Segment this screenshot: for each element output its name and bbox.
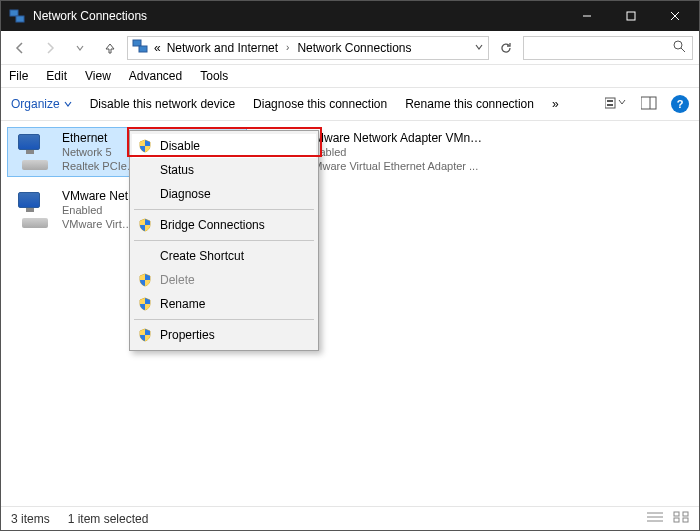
context-menu-separator bbox=[134, 209, 314, 210]
connection-list: Ethernet Network 5 Realtek PCIe… VMware … bbox=[7, 127, 693, 235]
close-button[interactable] bbox=[653, 1, 697, 31]
context-menu-label: Bridge Connections bbox=[160, 218, 265, 232]
command-bar: Organize Disable this network device Dia… bbox=[1, 87, 699, 121]
breadcrumb-segment[interactable]: Network Connections bbox=[297, 41, 411, 55]
maximize-button[interactable] bbox=[609, 1, 653, 31]
svg-rect-13 bbox=[641, 97, 656, 109]
status-bar: 3 items 1 item selected bbox=[1, 506, 699, 530]
network-connections-icon bbox=[7, 6, 27, 26]
connection-device: VMware Virtual Ethernet Adapter ... bbox=[306, 160, 484, 174]
context-menu-label: Rename bbox=[160, 297, 205, 311]
svg-rect-18 bbox=[674, 512, 679, 516]
disable-device-button[interactable]: Disable this network device bbox=[90, 97, 235, 111]
view-options-button[interactable] bbox=[605, 96, 627, 113]
context-menu-item-diagnose[interactable]: Diagnose bbox=[132, 182, 316, 206]
organize-button[interactable]: Organize bbox=[11, 97, 72, 111]
shield-icon bbox=[138, 273, 152, 287]
svg-point-8 bbox=[674, 41, 682, 49]
svg-rect-1 bbox=[16, 16, 24, 22]
content-area[interactable]: Ethernet Network 5 Realtek PCIe… VMware … bbox=[1, 121, 699, 506]
connection-status: Enabled bbox=[306, 146, 484, 160]
shield-icon bbox=[138, 297, 152, 311]
navigation-bar: « Network and Internet › Network Connect… bbox=[1, 31, 699, 65]
context-menu: DisableStatusDiagnoseBridge ConnectionsC… bbox=[129, 130, 319, 351]
details-view-button[interactable] bbox=[647, 511, 663, 526]
svg-rect-7 bbox=[139, 46, 147, 52]
search-input[interactable] bbox=[523, 36, 693, 60]
shield-icon bbox=[138, 328, 152, 342]
menu-bar: File Edit View Advanced Tools bbox=[1, 65, 699, 87]
context-menu-label: Properties bbox=[160, 328, 215, 342]
search-icon bbox=[673, 40, 686, 56]
connection-name: VMware Network Adapter VMnet1 bbox=[306, 131, 484, 146]
svg-rect-11 bbox=[607, 100, 613, 102]
context-menu-item-disable[interactable]: Disable bbox=[132, 134, 316, 158]
help-button[interactable]: ? bbox=[671, 95, 689, 113]
svg-rect-3 bbox=[627, 12, 635, 20]
back-button[interactable] bbox=[7, 35, 33, 61]
rename-connection-button[interactable]: Rename this connection bbox=[405, 97, 534, 111]
network-adapter-icon bbox=[14, 132, 54, 172]
breadcrumb-prefix[interactable]: « bbox=[154, 41, 161, 55]
icons-view-button[interactable] bbox=[673, 511, 689, 526]
context-menu-item-delete: Delete bbox=[132, 268, 316, 292]
context-menu-item-status[interactable]: Status bbox=[132, 158, 316, 182]
window-title: Network Connections bbox=[33, 9, 565, 23]
menu-edit[interactable]: Edit bbox=[44, 67, 69, 85]
item-count: 3 items bbox=[11, 512, 50, 526]
chevron-down-icon bbox=[64, 100, 72, 108]
shield-icon bbox=[138, 218, 152, 232]
minimize-button[interactable] bbox=[565, 1, 609, 31]
context-menu-label: Delete bbox=[160, 273, 195, 287]
menu-file[interactable]: File bbox=[7, 67, 30, 85]
context-menu-label: Create Shortcut bbox=[160, 249, 244, 263]
context-menu-item-rename[interactable]: Rename bbox=[132, 292, 316, 316]
svg-rect-21 bbox=[683, 518, 688, 522]
diagnose-connection-button[interactable]: Diagnose this connection bbox=[253, 97, 387, 111]
network-connections-icon bbox=[132, 38, 148, 57]
context-menu-label: Status bbox=[160, 163, 194, 177]
selection-count: 1 item selected bbox=[68, 512, 149, 526]
svg-line-9 bbox=[681, 48, 685, 52]
menu-view[interactable]: View bbox=[83, 67, 113, 85]
title-bar[interactable]: Network Connections bbox=[1, 1, 699, 31]
menu-tools[interactable]: Tools bbox=[198, 67, 230, 85]
refresh-button[interactable] bbox=[493, 36, 519, 60]
address-bar[interactable]: « Network and Internet › Network Connect… bbox=[127, 36, 489, 60]
breadcrumb-segment[interactable]: Network and Internet bbox=[167, 41, 278, 55]
forward-button[interactable] bbox=[37, 35, 63, 61]
svg-rect-6 bbox=[133, 40, 141, 46]
context-menu-label: Disable bbox=[160, 139, 200, 153]
up-button[interactable] bbox=[97, 35, 123, 61]
shield-icon bbox=[138, 139, 152, 153]
context-menu-separator bbox=[134, 240, 314, 241]
context-menu-label: Diagnose bbox=[160, 187, 211, 201]
network-adapter-icon bbox=[14, 190, 54, 230]
explorer-window: Network Connections « Network and Intern… bbox=[0, 0, 700, 531]
svg-rect-19 bbox=[683, 512, 688, 516]
connection-name: Ethernet bbox=[62, 131, 138, 146]
context-menu-separator bbox=[134, 319, 314, 320]
chevron-down-icon[interactable] bbox=[474, 41, 484, 55]
connection-device: Realtek PCIe… bbox=[62, 160, 138, 174]
svg-rect-0 bbox=[10, 10, 18, 16]
context-menu-item-create-shortcut[interactable]: Create Shortcut bbox=[132, 244, 316, 268]
overflow-button[interactable]: » bbox=[552, 97, 559, 111]
chevron-right-icon[interactable]: › bbox=[286, 42, 289, 53]
context-menu-item-bridge-connections[interactable]: Bridge Connections bbox=[132, 213, 316, 237]
svg-rect-10 bbox=[605, 98, 615, 108]
recent-locations-button[interactable] bbox=[67, 35, 93, 61]
connection-status: Network 5 bbox=[62, 146, 138, 160]
preview-pane-button[interactable] bbox=[641, 96, 657, 113]
svg-rect-20 bbox=[674, 518, 679, 522]
menu-advanced[interactable]: Advanced bbox=[127, 67, 184, 85]
svg-rect-12 bbox=[607, 104, 613, 106]
context-menu-item-properties[interactable]: Properties bbox=[132, 323, 316, 347]
